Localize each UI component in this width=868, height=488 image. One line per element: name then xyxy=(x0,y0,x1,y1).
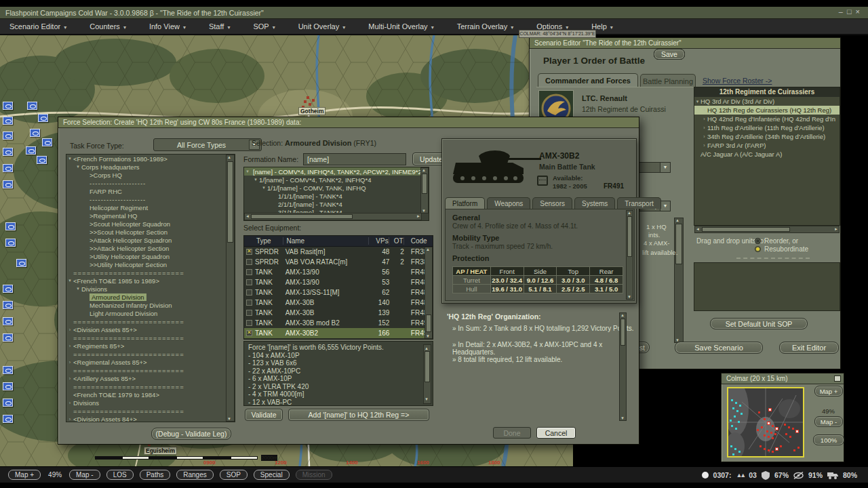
tree-item[interactable]: ========================= xyxy=(66,350,235,358)
toolbar-button[interactable]: Map + xyxy=(8,470,41,480)
oob-tree-item[interactable]: › HQ 12th Reg de Cuirassiers (HQ 12th Re… xyxy=(694,106,840,115)
tree-item[interactable]: -------------------- xyxy=(66,195,235,203)
tree-item[interactable]: -------------------- xyxy=(66,179,235,187)
tree-expand-icon[interactable]: ▾ xyxy=(75,286,81,291)
tree-item[interactable]: › <Division Assets 84+> xyxy=(66,415,235,422)
unit-counter[interactable] xyxy=(3,333,13,342)
unit-counter[interactable] xyxy=(38,114,48,122)
commander-action-button[interactable]: Save xyxy=(654,49,685,60)
tree-expand-icon[interactable]: › xyxy=(701,108,707,113)
summary-scrollbar[interactable] xyxy=(423,344,431,404)
tree-item[interactable]: ========================= xyxy=(66,317,235,325)
tree-expand-icon[interactable]: › xyxy=(66,417,73,422)
tree-expand-icon[interactable]: › xyxy=(701,117,707,121)
tree-item[interactable]: FARP RHC xyxy=(66,187,235,195)
card-scrollbar[interactable] xyxy=(626,210,633,300)
unit-counter[interactable] xyxy=(3,366,13,374)
minimap-zoom-in-button[interactable]: Map + xyxy=(814,386,843,396)
chevron-down-icon[interactable]: ▼ xyxy=(660,201,670,211)
structure-tree-item[interactable]: 2/1/1/[name] - TANK*4 xyxy=(244,200,429,208)
tree-item[interactable]: › <Artillery Assets 85+> xyxy=(66,374,235,382)
tree-item[interactable]: Helicopter Regiment xyxy=(66,203,235,211)
equipment-row[interactable]: TANK AMX-30B 139 FR489 xyxy=(244,308,433,318)
equipment-row[interactable]: TANK AMX-13/90 56 FR483 xyxy=(244,267,433,277)
unit-card-tab[interactable]: Weapons xyxy=(487,197,530,209)
unit-counter[interactable] xyxy=(3,117,13,125)
toolbar-button[interactable]: Ranges xyxy=(176,470,213,480)
oob-tree-item[interactable]: › FARP 3rd Ar (FARP) xyxy=(694,141,840,150)
tree-expand-icon[interactable]: › xyxy=(66,327,73,332)
formation-name-input[interactable]: [name] xyxy=(303,153,406,165)
tree-expand-icon[interactable]: ▾ xyxy=(260,185,267,190)
unit-counter[interactable] xyxy=(5,222,16,230)
structure-horizontal-scrollbar[interactable] xyxy=(244,213,422,220)
col-vps[interactable]: VPs xyxy=(369,237,389,245)
toolbar-button[interactable]: Special xyxy=(254,470,290,480)
tree-expand-icon[interactable]: ▾ xyxy=(244,169,251,174)
unit-counter[interactable] xyxy=(3,317,13,325)
minimap-full-zoom-button[interactable]: 100% xyxy=(813,434,844,445)
tree-item[interactable]: >Regimental HQ xyxy=(66,211,235,220)
menu-item[interactable]: Scenario Editor xyxy=(9,22,66,30)
tree-expand-icon[interactable]: › xyxy=(701,125,707,130)
tree-item[interactable]: ▾ <French Formations 1980-1989> xyxy=(66,155,235,163)
close-button[interactable]: × xyxy=(856,7,864,16)
col-name[interactable]: Name xyxy=(283,237,369,245)
tree-item[interactable]: >Utility Helicopter Squadron xyxy=(66,252,235,260)
unit-card-tab[interactable]: Transport xyxy=(617,197,660,209)
tree-item[interactable]: <French TO&E 1979 to 1984> xyxy=(66,390,235,399)
resubordinate-radio[interactable] xyxy=(755,246,761,252)
tree-item[interactable]: ▾ Corps Headquarters xyxy=(66,163,235,171)
equipment-row[interactable]: TANK AMX-13/SS-11[M] 62 FR485 xyxy=(244,287,433,298)
toolbar-button[interactable]: Map - xyxy=(69,470,100,480)
unit-counter[interactable] xyxy=(3,301,13,309)
tree-item[interactable]: ========================= xyxy=(66,333,235,342)
tree-expand-icon[interactable]: › xyxy=(66,344,73,348)
toolbar-button[interactable]: LOS xyxy=(106,470,134,480)
structure-tree-item[interactable]: ▾ 1/1/[name] - COMV, TANK, INFHQ xyxy=(244,184,429,192)
tree-expand-icon[interactable]: ▾ xyxy=(66,278,73,283)
unit-counter[interactable] xyxy=(42,138,52,146)
done-button[interactable]: Done xyxy=(493,427,531,439)
toolbar-button[interactable]: Mission xyxy=(296,470,332,480)
equipment-row[interactable]: TANK AMX-13/90 53 FR484 xyxy=(244,277,433,287)
oob-tree-item[interactable]: ▾ HQ 3rd Ar Div (3rd Ar Div) xyxy=(694,97,840,106)
obscured-scrollbar[interactable] xyxy=(674,218,684,343)
cancel-button[interactable]: Cancel xyxy=(536,427,576,439)
unit-counter[interactable] xyxy=(3,180,13,188)
unit-counter[interactable] xyxy=(26,146,36,155)
tree-item[interactable]: >>Scout Helicopter Section xyxy=(66,228,235,236)
equipment-checkbox[interactable] xyxy=(246,279,252,285)
equipment-checkbox[interactable] xyxy=(246,289,252,296)
maximize-button[interactable]: □ xyxy=(847,7,856,16)
tree-expand-icon[interactable]: › xyxy=(701,143,707,148)
equipment-checkbox[interactable] xyxy=(246,300,252,306)
tree-item[interactable]: › <Regiments 85+> xyxy=(66,342,235,350)
menu-item[interactable]: Unit Overlay xyxy=(298,22,346,30)
tree-item[interactable]: >Corps HQ xyxy=(66,171,235,179)
unit-counter[interactable] xyxy=(3,285,13,293)
equipment-row[interactable]: SPRDR VAB VOA RATAC[m] 47 2 FR388 xyxy=(244,257,433,267)
debug-validate-leg-button[interactable]: (Debug - Validate Leg) xyxy=(151,428,231,440)
equipment-checkbox[interactable] xyxy=(246,320,252,326)
equipment-row[interactable]: TANK AMX-30B 140 FR488 xyxy=(244,298,433,308)
oob-tree-item[interactable]: A/C Jaguar A (A/C Jaguar A) xyxy=(694,150,840,159)
col-code[interactable]: Code xyxy=(404,237,433,245)
unit-card-tab[interactable]: Systems xyxy=(574,197,615,209)
menu-item[interactable]: SOP xyxy=(253,22,275,30)
tree-expand-icon[interactable]: ▾ xyxy=(694,99,701,104)
equipment-row[interactable]: TANK AMX-30B2 166 FR491 xyxy=(244,328,433,338)
equipment-checkbox[interactable] xyxy=(246,259,252,265)
popout-icon[interactable] xyxy=(834,375,841,382)
unit-counter[interactable] xyxy=(37,156,47,164)
organization-scrollbar[interactable] xyxy=(619,312,627,421)
minimap-zoom-out-button[interactable]: Map - xyxy=(814,416,843,427)
tree-expand-icon[interactable]: ▾ xyxy=(252,177,259,182)
tree-item[interactable]: ========================= xyxy=(66,407,235,415)
toolbar-button[interactable]: SOP xyxy=(220,470,248,480)
unit-card-tab[interactable]: Platform xyxy=(445,197,485,209)
unit-counter[interactable] xyxy=(3,131,13,140)
show-force-roster-link[interactable]: Show Force Roster -> xyxy=(703,77,772,85)
structure-tree-item[interactable]: ▾ [name] - COMV*4, INFHQ*4, TANK*2, APCW… xyxy=(244,167,429,176)
structure-scrollbar[interactable] xyxy=(420,167,429,214)
